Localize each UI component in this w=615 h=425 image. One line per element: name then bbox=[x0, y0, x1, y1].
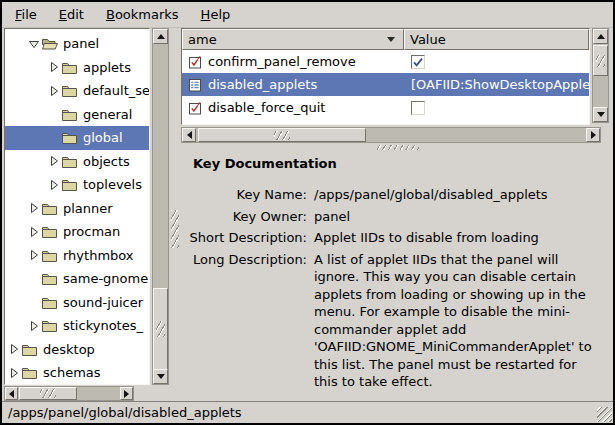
expander-collapsed-icon[interactable] bbox=[27, 202, 41, 214]
tree-item-global[interactable]: global bbox=[5, 126, 149, 150]
folder-closed-icon bbox=[41, 296, 61, 309]
tree-item-toplevels[interactable]: toplevels bbox=[5, 173, 149, 197]
tree-item-applets[interactable]: applets bbox=[5, 56, 149, 80]
tree-indent bbox=[5, 90, 47, 91]
tree-item-label: desktop bbox=[41, 342, 95, 357]
tree-item-general[interactable]: general bbox=[5, 103, 149, 127]
key-documentation-pane: Key Documentation Key Name:/apps/panel/g… bbox=[181, 151, 613, 400]
menu-item-help[interactable]: Help bbox=[190, 3, 242, 26]
tree-item-desktop[interactable]: desktop bbox=[5, 338, 149, 362]
key-row-disabled_applets[interactable]: disabled_applets[OAFIID:ShowDesktopApple… bbox=[182, 73, 589, 96]
column-header-name[interactable]: ame bbox=[182, 29, 404, 50]
thumb-grip-icon bbox=[40, 389, 56, 398]
expander-collapsed-icon[interactable] bbox=[7, 367, 21, 379]
scroll-down-button[interactable] bbox=[593, 107, 608, 122]
folder-closed-icon bbox=[41, 202, 61, 215]
tree-vertical-scrollbar[interactable] bbox=[152, 28, 169, 385]
tree-horizontal-scrollbar[interactable] bbox=[4, 386, 134, 401]
right-arrow-icon bbox=[124, 390, 129, 398]
tree-indent bbox=[5, 43, 27, 44]
tree-item-sound-juicer[interactable]: sound-juicer bbox=[5, 291, 149, 315]
splitter-grip-icon bbox=[375, 145, 419, 150]
tree-indent bbox=[5, 161, 47, 162]
key-name-label: disable_force_quit bbox=[208, 100, 325, 115]
expander-expanded-icon[interactable] bbox=[27, 38, 41, 50]
folder-closed-icon bbox=[21, 343, 41, 356]
tree-item-label: panel bbox=[61, 36, 99, 51]
tree-item-default_se[interactable]: default_se bbox=[5, 79, 149, 103]
config-tree: panelappletsdefault_segeneralglobalobjec… bbox=[4, 28, 150, 385]
scroll-right-button[interactable] bbox=[586, 128, 600, 142]
key-row-confirm_panel_remove[interactable]: confirm_panel_remove bbox=[182, 50, 589, 73]
value-checkbox[interactable] bbox=[411, 101, 425, 115]
tree-item-schemas[interactable]: schemas bbox=[5, 361, 149, 385]
scroll-up-button[interactable] bbox=[593, 29, 608, 44]
up-arrow-icon bbox=[597, 34, 605, 39]
expander-collapsed-icon[interactable] bbox=[27, 226, 41, 238]
vertical-pane-splitter[interactable] bbox=[181, 144, 613, 151]
doc-field-value: /apps/panel/global/disabled_applets bbox=[314, 186, 604, 204]
tree-item-label: default_se bbox=[81, 83, 150, 98]
key-name-cell: disabled_applets bbox=[182, 77, 404, 92]
list-vscroll-thumb[interactable] bbox=[593, 45, 608, 76]
key-name-label: disabled_applets bbox=[208, 77, 317, 92]
scroll-left-button[interactable] bbox=[5, 387, 18, 400]
tree-item-planner[interactable]: planner bbox=[5, 197, 149, 221]
tree-item-same-gnome[interactable]: same-gnome bbox=[5, 267, 149, 291]
tree-item-procman[interactable]: procman bbox=[5, 220, 149, 244]
tree-indent bbox=[5, 184, 47, 185]
tree-item-rhythmbox[interactable]: rhythmbox bbox=[5, 244, 149, 268]
menu-item-bookmarks[interactable]: Bookmarks bbox=[95, 3, 190, 26]
tree-indent bbox=[5, 67, 47, 68]
expander-collapsed-icon[interactable] bbox=[47, 155, 61, 167]
tree-item-label: toplevels bbox=[81, 177, 142, 192]
folder-closed-icon bbox=[41, 225, 61, 238]
window-resize-grip[interactable] bbox=[597, 407, 612, 422]
doc-field-value: A list of applet IIDs that the panel wil… bbox=[314, 251, 604, 391]
doc-field-label: Long Description: bbox=[181, 251, 307, 391]
scroll-left-button[interactable] bbox=[182, 128, 196, 142]
key-documentation-fields: Key Name:/apps/panel/global/disabled_app… bbox=[181, 186, 613, 391]
tree-item-label: objects bbox=[81, 154, 130, 169]
up-arrow-icon bbox=[157, 34, 165, 39]
tree-item-objects[interactable]: objects bbox=[5, 150, 149, 174]
expander-collapsed-icon[interactable] bbox=[47, 61, 61, 73]
folder-closed-icon bbox=[21, 366, 41, 379]
tree-vscroll-thumb[interactable] bbox=[153, 288, 168, 370]
tree-item-stickynotes_[interactable]: stickynotes_ bbox=[5, 314, 149, 338]
right-arrow-icon bbox=[591, 131, 596, 139]
tree-item-label: stickynotes_ bbox=[61, 318, 143, 333]
folder-open-icon bbox=[41, 37, 61, 50]
key-value-cell bbox=[404, 55, 589, 69]
thumb-grip-icon bbox=[274, 131, 290, 140]
tree-hscroll-thumb[interactable] bbox=[19, 387, 77, 400]
tree-item-label: sound-juicer bbox=[61, 295, 143, 310]
expander-collapsed-icon[interactable] bbox=[7, 343, 21, 355]
scroll-right-button[interactable] bbox=[120, 387, 133, 400]
horizontal-pane-splitter[interactable] bbox=[169, 28, 181, 385]
thumb-grip-icon bbox=[596, 55, 605, 67]
scroll-up-button[interactable] bbox=[153, 29, 168, 44]
list-horizontal-scrollbar[interactable] bbox=[181, 127, 601, 143]
value-checkbox[interactable] bbox=[411, 55, 425, 69]
expander-collapsed-icon[interactable] bbox=[27, 320, 41, 332]
menu-item-file[interactable]: File bbox=[4, 3, 48, 26]
expander-collapsed-icon[interactable] bbox=[47, 85, 61, 97]
column-header-value[interactable]: Value bbox=[404, 29, 589, 50]
doc-field-label: Short Description: bbox=[181, 229, 307, 247]
menu-item-edit[interactable]: Edit bbox=[48, 3, 95, 26]
down-arrow-icon bbox=[157, 374, 165, 379]
expander-collapsed-icon[interactable] bbox=[27, 249, 41, 261]
key-list-rows: confirm_panel_removedisabled_applets[OAF… bbox=[182, 50, 589, 119]
key-row-disable_force_quit[interactable]: disable_force_quit bbox=[182, 96, 589, 119]
key-value-cell: [OAFIID:ShowDesktopApplet] bbox=[404, 77, 589, 92]
list-vertical-scrollbar[interactable] bbox=[592, 28, 609, 123]
expander-collapsed-icon[interactable] bbox=[47, 179, 61, 191]
scroll-down-button[interactable] bbox=[153, 369, 168, 384]
doc-field-row: Short Description:Applet IIDs to disable… bbox=[181, 229, 613, 247]
list-hscroll-thumb[interactable] bbox=[198, 128, 366, 142]
tree-indent bbox=[5, 208, 27, 209]
tree-item-panel[interactable]: panel bbox=[5, 32, 149, 56]
splitter-grip-icon bbox=[171, 210, 179, 248]
tree-indent bbox=[5, 114, 47, 115]
